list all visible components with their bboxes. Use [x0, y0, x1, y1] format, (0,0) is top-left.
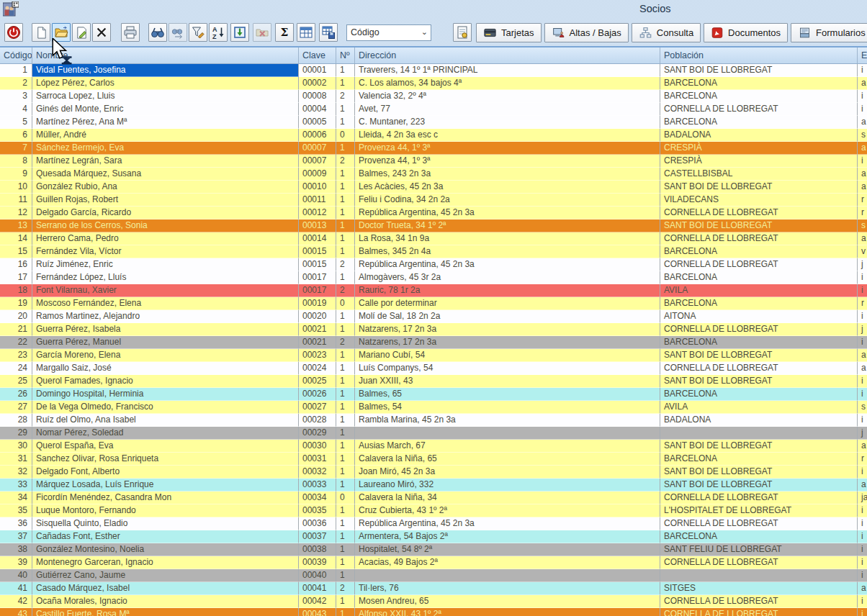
cell-direccion[interactable]: Provenza 44, 1º 3ª	[355, 155, 660, 168]
cell-num[interactable]: 1	[336, 116, 355, 129]
cell-clave[interactable]: 00028	[299, 414, 336, 427]
cell-nombre[interactable]: Serrano de los Cerros, Sonia	[32, 219, 299, 232]
cell-clave[interactable]: 00034	[299, 492, 336, 504]
cell-codigo[interactable]: 41	[0, 582, 32, 595]
cell-clave[interactable]: 00015	[299, 245, 336, 258]
cell-poblacion[interactable]: CORNELLA DE LLOBREGAT	[660, 517, 858, 530]
cell-poblacion[interactable]	[660, 569, 858, 582]
cell-poblacion[interactable]: SANT BOI DE LLOBREGAT	[660, 181, 858, 194]
print-button[interactable]	[121, 23, 140, 42]
cell-num[interactable]: 1	[336, 466, 355, 479]
cell-direccion[interactable]: Cruz Cubierta, 43 1º 2ª	[355, 504, 660, 517]
cell-nombre[interactable]: Castillo Fuerte, Rosa Mª	[32, 608, 299, 616]
cell-codigo[interactable]: 25	[0, 375, 32, 388]
cell-codigo[interactable]: 35	[0, 504, 32, 517]
cell-email[interactable]: s	[858, 219, 867, 232]
cell-email[interactable]: r	[858, 207, 867, 219]
cell-email[interactable]: a	[858, 362, 867, 375]
cell-direccion[interactable]: Acacias, 49 Bajos 2ª	[355, 556, 660, 569]
cell-clave[interactable]: 00005	[299, 116, 336, 129]
cell-num[interactable]: 1	[336, 310, 355, 323]
table-row[interactable]: 9Quesada Márquez, Susana000091Balmes, 24…	[0, 168, 867, 181]
table-row[interactable]: 17Fernández López, Lluís000171Almogàvers…	[0, 271, 867, 284]
cell-clave[interactable]: 00004	[299, 103, 336, 116]
cell-codigo[interactable]: 32	[0, 466, 32, 479]
cell-nombre[interactable]: Ginés del Monte, Enric	[32, 103, 299, 116]
documentos-button[interactable]: Documentos	[704, 23, 788, 42]
cell-direccion[interactable]: Doctor Trueta, 34 1º 2ª	[355, 219, 660, 232]
table-row[interactable]: 10González Rubio, Ana000101Les Acàcies, …	[0, 181, 867, 194]
cell-num[interactable]: 2	[336, 258, 355, 271]
cell-num[interactable]: 0	[336, 492, 355, 504]
export-button[interactable]	[253, 23, 271, 42]
cell-direccion[interactable]: Natzarens, 17 2n 3a	[355, 323, 660, 336]
cell-nombre[interactable]: Gutiérrez Cano, Jaume	[32, 569, 299, 582]
cell-clave[interactable]: 00036	[299, 517, 336, 530]
cell-email[interactable]: a	[858, 142, 867, 155]
cell-direccion[interactable]: Hospitalet, 54 8º 2ª	[355, 543, 660, 556]
cell-clave[interactable]: 00014	[299, 232, 336, 245]
cell-direccion[interactable]: República Argentina, 45 2n 3a	[355, 258, 660, 271]
cell-nombre[interactable]: López Pérez, Carlos	[32, 77, 299, 90]
cell-poblacion[interactable]: AVILA	[660, 401, 858, 414]
cell-codigo[interactable]: 24	[0, 362, 32, 375]
cell-nombre[interactable]: Ruíz del Olmo, Ana Isabel	[32, 414, 299, 427]
cell-poblacion[interactable]: CORNELLA DE LLOBREGAT	[660, 595, 858, 608]
cell-clave[interactable]: 00002	[299, 77, 336, 90]
cell-clave[interactable]: 00039	[299, 556, 336, 569]
cell-direccion[interactable]: Armentera, 54 Bajos 2ª	[355, 530, 660, 543]
cell-email[interactable]: r	[858, 297, 867, 310]
cell-nombre[interactable]: Márquez Losada, Luís Enrique	[32, 479, 299, 492]
cell-email[interactable]: i	[858, 504, 867, 517]
cell-email[interactable]: a	[858, 582, 867, 595]
cell-direccion[interactable]: Balmes, 345 2n 4a	[355, 245, 660, 258]
cell-num[interactable]: 1	[336, 388, 355, 401]
cell-nombre[interactable]: Sánchez Bermejo, Eva	[32, 142, 299, 155]
cell-nombre[interactable]: Guillen Rojas, Robert	[32, 194, 299, 207]
cell-num[interactable]: 1	[336, 479, 355, 492]
cell-clave[interactable]: 00038	[299, 543, 336, 556]
grid-save-button[interactable]	[319, 23, 338, 42]
cell-codigo[interactable]: 1	[0, 64, 32, 77]
cell-num[interactable]: 1	[336, 608, 355, 616]
find-button[interactable]	[148, 23, 167, 42]
cell-direccion[interactable]: C. Muntaner, 223	[355, 116, 660, 129]
column-header-poblacion[interactable]: Población	[660, 47, 858, 63]
cell-email[interactable]: a	[858, 232, 867, 245]
cell-direccion[interactable]: Rauric, 78 1r 2a	[355, 284, 660, 297]
cell-direccion[interactable]: Mosen Andreu, 65	[355, 595, 660, 608]
cell-num[interactable]: 1	[336, 414, 355, 427]
cell-direccion[interactable]: Mariano Cubí, 54	[355, 349, 660, 362]
import-button[interactable]	[230, 23, 249, 42]
cell-email[interactable]: a	[858, 116, 867, 129]
cell-direccion[interactable]: C. Los alamos, 34 bajos 4ª	[355, 77, 660, 90]
table-row[interactable]: 36Sisquella Quinto, Eladio000361Repúblic…	[0, 517, 867, 530]
cell-codigo[interactable]: 16	[0, 258, 32, 271]
cell-clave[interactable]: 00035	[299, 504, 336, 517]
cell-clave[interactable]: 00007	[299, 142, 336, 155]
cell-nombre[interactable]: Vidal Fuentes, Josefina	[32, 64, 299, 77]
delete-record-button[interactable]	[92, 23, 111, 42]
cell-clave[interactable]: 00015	[299, 258, 336, 271]
cell-poblacion[interactable]: BARCELONA	[660, 530, 858, 543]
cell-poblacion[interactable]: SANT BOI DE LLOBREGAT	[660, 440, 858, 453]
cell-nombre[interactable]: Herrero Cama, Pedro	[32, 232, 299, 245]
cell-email[interactable]: i	[858, 90, 867, 103]
cell-direccion[interactable]: Alfonso XXII, 43 1º 2ª	[355, 608, 660, 616]
cell-nombre[interactable]: Quesada Márquez, Susana	[32, 168, 299, 181]
cell-poblacion[interactable]: SANT BOI DE LLOBREGAT	[660, 479, 858, 492]
cell-clave[interactable]: 00021	[299, 336, 336, 349]
altas-bajas-button[interactable]: Altas / Bajas	[544, 23, 629, 42]
cell-nombre[interactable]: Moscoso Fernández, Elena	[32, 297, 299, 310]
table-row[interactable]: 35Luque Montoro, Fernando000351Cruz Cubi…	[0, 504, 867, 517]
cell-nombre[interactable]: Martínez Pérez, Ana Mª	[32, 116, 299, 129]
cell-num[interactable]: 1	[336, 142, 355, 155]
cell-poblacion[interactable]: BADALONA	[660, 129, 858, 142]
cell-poblacion[interactable]: SANT BOI DE LLOBREGAT	[660, 64, 858, 77]
cell-clave[interactable]: 00017	[299, 271, 336, 284]
column-header-nombre[interactable]: Nombre	[32, 47, 299, 63]
cell-nombre[interactable]: Ruíz Jiménez, Enric	[32, 258, 299, 271]
cell-direccion[interactable]: Provenza 44, 1º 3ª	[355, 142, 660, 155]
cell-clave[interactable]: 00006	[299, 129, 336, 142]
cell-num[interactable]: 1	[336, 77, 355, 90]
